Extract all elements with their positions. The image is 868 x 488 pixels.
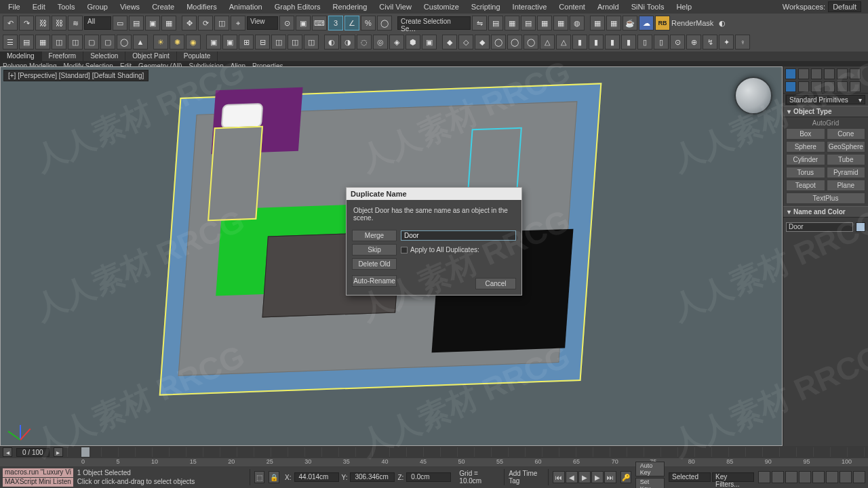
pan-icon[interactable] bbox=[758, 471, 770, 483]
curve-editor-icon[interactable]: ▦ bbox=[537, 16, 552, 30]
misc6-icon[interactable]: ⬢ bbox=[406, 35, 420, 49]
cancel-button[interactable]: Cancel bbox=[475, 278, 516, 289]
keyboard-shortcut-icon[interactable]: ⌨ bbox=[312, 16, 327, 30]
maxscript-listener[interactable]: macros.run "Luxury Vi MAXScript Mini Lis… bbox=[3, 468, 73, 487]
material-editor-icon[interactable]: ◍ bbox=[570, 16, 585, 30]
y-value-input[interactable]: 306.346cm bbox=[350, 472, 395, 482]
timeline-ruler[interactable] bbox=[67, 447, 865, 457]
menu-rendering[interactable]: Rendering bbox=[328, 1, 373, 12]
isolate-selection-icon[interactable]: ⬚ bbox=[254, 471, 265, 483]
zoom-icon[interactable] bbox=[772, 471, 784, 483]
key-filters-button[interactable]: Key Filters... bbox=[712, 472, 754, 482]
mx2-icon[interactable]: ◇ bbox=[458, 35, 473, 49]
mxs-input-line[interactable]: MAXScript Mini Listen bbox=[3, 478, 73, 487]
apply-to-all-checkbox[interactable]: Apply to All Duplicates: bbox=[401, 246, 516, 253]
viewport-label[interactable]: [+] [Perspective] [Standard] [Default Sh… bbox=[3, 70, 149, 81]
box2-icon[interactable]: ▢ bbox=[100, 35, 115, 49]
angle-snap-icon[interactable]: ∠ bbox=[344, 16, 359, 30]
mx6-icon[interactable]: ◯ bbox=[524, 35, 538, 49]
goto-end-icon[interactable]: ⏭ bbox=[604, 471, 616, 483]
mx17-icon[interactable]: ↯ bbox=[703, 35, 717, 49]
primitive-tube[interactable]: Tube bbox=[827, 154, 866, 165]
render-setup-icon[interactable]: ▦ bbox=[590, 16, 605, 30]
merge-button[interactable]: Merge bbox=[352, 230, 397, 241]
maximize-viewport-icon[interactable] bbox=[826, 471, 838, 483]
rollout-name-and-color[interactable]: ▾ Name and Color bbox=[783, 206, 868, 218]
rollout-object-type[interactable]: ▾ Object Type bbox=[783, 106, 868, 117]
group5-icon[interactable]: ◫ bbox=[271, 35, 286, 49]
key-filter-selected-dropdown[interactable]: Selected bbox=[669, 472, 711, 482]
menu-animation[interactable]: Animation bbox=[224, 1, 268, 12]
mx9-icon[interactable]: ▮ bbox=[572, 35, 587, 49]
goto-start-icon[interactable]: ⏮ bbox=[553, 471, 565, 483]
cameras-subtype-icon[interactable] bbox=[824, 81, 835, 92]
primitive-torus[interactable]: Torus bbox=[786, 167, 825, 178]
attach-icon[interactable]: ◫ bbox=[52, 35, 66, 49]
snap-toggle-icon[interactable]: 3 bbox=[328, 16, 343, 30]
mx18-icon[interactable]: ✦ bbox=[719, 35, 734, 49]
box1-icon[interactable]: ▢ bbox=[84, 35, 99, 49]
tab-object-paint[interactable]: Object Paint bbox=[125, 52, 176, 61]
primitive-box[interactable]: Box bbox=[786, 128, 825, 140]
nav6-icon[interactable] bbox=[840, 471, 852, 483]
render-frame-icon[interactable]: ▦ bbox=[606, 16, 621, 30]
render-in-cloud-icon[interactable]: ☁ bbox=[639, 16, 654, 30]
mx15-icon[interactable]: ⊙ bbox=[670, 35, 685, 49]
workspace-value[interactable]: Default bbox=[828, 1, 861, 12]
align-icon[interactable]: ▤ bbox=[488, 16, 503, 30]
layer-icon[interactable]: ▤ bbox=[19, 35, 34, 49]
auto-key-button[interactable]: Auto Key bbox=[635, 462, 665, 476]
cone-icon[interactable]: ▲ bbox=[133, 35, 148, 49]
timeline-next-icon[interactable]: ▸ bbox=[54, 447, 63, 457]
misc2-icon[interactable]: ◑ bbox=[340, 35, 355, 49]
time-slider[interactable]: ◂ 0 / 100 ▸ bbox=[0, 446, 868, 458]
menu-tools[interactable]: Tools bbox=[52, 1, 81, 12]
toggle-ribbon-icon[interactable]: ▤ bbox=[521, 16, 536, 30]
menu-create[interactable]: Create bbox=[146, 1, 180, 12]
add-time-tag[interactable]: Add Time Tag bbox=[509, 470, 544, 485]
workspace-switcher[interactable]: Workspaces: Default bbox=[783, 1, 865, 12]
scale-icon[interactable]: ◫ bbox=[214, 16, 229, 30]
misc1-icon[interactable]: ◐ bbox=[324, 35, 339, 49]
menu-arnold[interactable]: Arnold bbox=[592, 1, 625, 12]
timeline-prev-icon[interactable]: ◂ bbox=[3, 447, 12, 457]
primitive-geosphere[interactable]: GeoSphere bbox=[827, 141, 866, 152]
hierarchy-panel-icon[interactable] bbox=[811, 68, 822, 79]
mx11-icon[interactable]: ▮ bbox=[605, 35, 620, 49]
orbit-icon[interactable] bbox=[812, 471, 825, 483]
placement-icon[interactable]: ⌖ bbox=[231, 16, 245, 30]
percent-snap-icon[interactable]: % bbox=[361, 16, 376, 30]
menu-help[interactable]: Help bbox=[671, 1, 697, 12]
use-pivot-icon[interactable]: ⊙ bbox=[279, 16, 294, 30]
manipulate-icon[interactable]: ▣ bbox=[296, 16, 311, 30]
mx19-icon[interactable]: ♀ bbox=[735, 35, 750, 49]
motion-panel-icon[interactable] bbox=[824, 68, 835, 79]
key-mode-icon[interactable]: 🔑 bbox=[620, 471, 631, 483]
misc3-icon[interactable]: ◌ bbox=[357, 35, 372, 49]
undo-icon[interactable]: ↶ bbox=[3, 16, 18, 30]
named-selection-set-input[interactable]: Create Selection Se… bbox=[397, 16, 471, 30]
mx1-icon[interactable]: ◆ bbox=[442, 35, 457, 49]
redo-icon[interactable]: ↷ bbox=[19, 16, 34, 30]
zoom-region-icon[interactable] bbox=[799, 471, 811, 483]
menu-views[interactable]: Views bbox=[115, 1, 145, 12]
menu-sini-tools[interactable]: SiNi Tools bbox=[626, 1, 670, 12]
utilities-panel-icon[interactable] bbox=[850, 68, 861, 79]
set-key-button[interactable]: Set Key bbox=[635, 478, 665, 488]
schematic-view-icon[interactable]: ▦ bbox=[553, 16, 568, 30]
rotate-icon[interactable]: ⟳ bbox=[198, 16, 213, 30]
primitive-cylinder[interactable]: Cylinder bbox=[786, 154, 825, 165]
skip-button[interactable]: Skip bbox=[352, 244, 397, 256]
play-icon[interactable]: ▶ bbox=[578, 471, 591, 483]
mx13-icon[interactable]: ▯ bbox=[637, 35, 652, 49]
renderbox-icon[interactable]: RB bbox=[655, 16, 670, 30]
mx10-icon[interactable]: ▮ bbox=[589, 35, 604, 49]
nav7-icon[interactable] bbox=[853, 471, 865, 483]
primitive-plane[interactable]: Plane bbox=[827, 180, 866, 191]
checkbox-icon[interactable] bbox=[401, 247, 408, 253]
light2-icon[interactable]: ✺ bbox=[170, 35, 184, 49]
timeline-slider-handle[interactable] bbox=[81, 447, 90, 458]
menu-graph-editors[interactable]: Graph Editors bbox=[269, 1, 326, 12]
geometry-subtype-icon[interactable] bbox=[785, 81, 796, 92]
mx5-icon[interactable]: ◯ bbox=[507, 35, 522, 49]
